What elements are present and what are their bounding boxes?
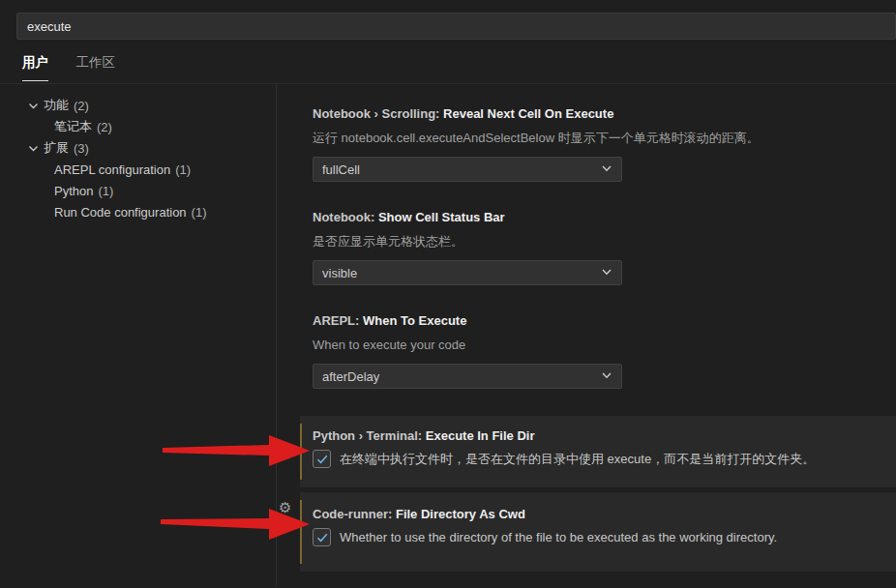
gear-icon[interactable]: ⚙ <box>279 500 291 514</box>
execute-in-file-dir-checkbox[interactable] <box>313 450 331 468</box>
settings-content: 功能 (2) 笔记本 (2) 扩展 (3) AREPL configuratio… <box>0 84 896 586</box>
toc-item-python[interactable]: Python (1) <box>0 180 276 201</box>
setting-description: 运行 notebook.cell.executeAndSelectBelow 时… <box>313 130 896 147</box>
setting-title: Notebook: Show Cell Status Bar <box>313 209 896 226</box>
setting-name: Execute In File Dir <box>426 428 535 443</box>
setting-name: When To Execute <box>363 313 466 328</box>
setting-name: Show Cell Status Bar <box>378 210 505 224</box>
reveal-next-cell-select[interactable]: fullCell <box>313 157 622 182</box>
chevron-down-icon[interactable] <box>28 101 44 111</box>
show-cell-status-bar-select[interactable]: visible <box>313 260 622 285</box>
setting-description: 是否应显示单元格状态栏。 <box>313 233 896 250</box>
chevron-down-icon <box>601 162 612 177</box>
checkmark-icon <box>315 453 329 466</box>
settings-scope-tabbar: 用户 工作区 <box>0 40 896 84</box>
chevron-down-icon[interactable] <box>28 143 44 154</box>
setting-title: Python › Terminal: Execute In File Dir <box>313 427 882 445</box>
toc-item-count: (1) <box>175 162 191 177</box>
modified-setting-indicator <box>300 500 302 564</box>
toc-item-count: (1) <box>192 205 207 220</box>
toc-item-extensions[interactable]: 扩展 (3) <box>0 137 276 159</box>
setting-category: Python › Terminal: <box>313 428 426 443</box>
toc-item-label: Run Code configuration <box>54 205 187 220</box>
checkbox-label: 在终端中执行文件时，是否在文件的目录中使用 execute，而不是当前打开的文件… <box>340 451 815 468</box>
setting-notebook-show-cell-status-bar: Notebook: Show Cell Status Bar 是否应显示单元格状… <box>313 209 896 285</box>
setting-title: Code-runner: File Directory As Cwd <box>313 506 882 523</box>
file-directory-as-cwd-checkbox[interactable] <box>313 528 331 546</box>
chevron-down-icon <box>601 266 612 280</box>
checkmark-icon <box>315 531 329 544</box>
tab-workspace[interactable]: 工作区 <box>75 54 115 81</box>
checkbox-label: Whether to use the directory of the file… <box>340 530 777 544</box>
setting-category: Notebook › Scrolling: <box>313 106 443 121</box>
select-value: visible <box>322 266 357 280</box>
setting-code-runner-file-directory-as-cwd: ⚙ Code-runner: File Directory As Cwd Whe… <box>300 492 896 572</box>
setting-name: Reveal Next Cell On Execute <box>443 106 613 121</box>
setting-name: File Directory As Cwd <box>396 507 525 521</box>
toc-item-label: 功能 <box>44 97 69 114</box>
setting-category: Notebook: <box>313 210 378 224</box>
setting-notebook-reveal-next-cell: Notebook › Scrolling: Reveal Next Cell O… <box>313 105 896 182</box>
settings-search-row <box>0 0 896 40</box>
toc-item-label: 扩展 <box>44 139 69 157</box>
when-to-execute-select[interactable]: afterDelay <box>313 364 622 389</box>
tab-user[interactable]: 用户 <box>22 54 48 81</box>
toc-item-features[interactable]: 功能 (2) <box>0 95 276 116</box>
toc-item-label: Python <box>54 184 93 198</box>
settings-toc-tree: 功能 (2) 笔记本 (2) 扩展 (3) AREPL configuratio… <box>0 84 276 586</box>
toc-item-count: (2) <box>74 99 89 113</box>
setting-category: AREPL: <box>313 313 363 328</box>
setting-category: Code-runner: <box>313 507 396 521</box>
select-value: afterDelay <box>322 369 379 384</box>
toc-item-count: (2) <box>97 120 112 134</box>
settings-search-input[interactable] <box>16 13 896 40</box>
toc-item-label: 笔记本 <box>54 118 92 135</box>
modified-setting-indicator <box>300 424 302 480</box>
setting-title: AREPL: When To Execute <box>313 312 896 330</box>
toc-item-arepl-configuration[interactable]: AREPL configuration (1) <box>0 159 276 180</box>
toc-item-count: (1) <box>98 184 113 198</box>
setting-arepl-when-to-execute: AREPL: When To Execute When to execute y… <box>313 312 896 389</box>
setting-title: Notebook › Scrolling: Reveal Next Cell O… <box>313 105 896 123</box>
toc-item-count: (3) <box>74 141 89 156</box>
toc-item-run-code-configuration[interactable]: Run Code configuration (1) <box>0 201 276 222</box>
toc-item-label: AREPL configuration <box>54 162 170 177</box>
setting-description: When to execute your code <box>313 337 896 354</box>
settings-list: Notebook › Scrolling: Reveal Next Cell O… <box>277 84 896 586</box>
chevron-down-icon <box>601 369 612 384</box>
select-value: fullCell <box>322 162 360 177</box>
setting-python-execute-in-file-dir: Python › Terminal: Execute In File Dir 在… <box>300 416 896 487</box>
toc-item-notebook[interactable]: 笔记本 (2) <box>0 116 276 137</box>
